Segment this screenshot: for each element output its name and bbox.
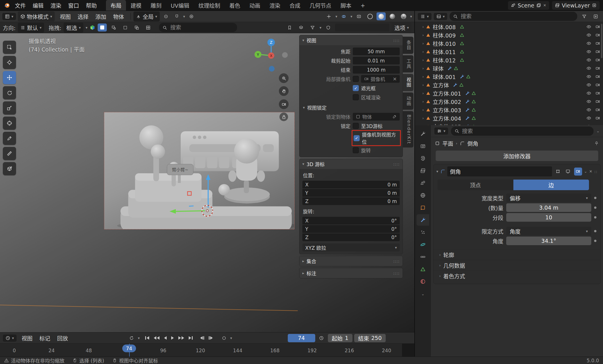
properties-tab-particles[interactable]	[417, 227, 429, 238]
angle-field[interactable]: 34.1°	[506, 237, 591, 245]
outliner-row[interactable]: ›球体.001	[415, 72, 603, 81]
width-type-dropdown[interactable]: 偏移▾	[506, 194, 591, 202]
animate-dot-icon[interactable]	[594, 197, 596, 199]
timeline-menu[interactable]: 回放	[54, 333, 72, 343]
outliner-row[interactable]: ›立方体.002	[415, 97, 603, 106]
cursor-rot-z-field[interactable]: Z0°	[302, 233, 400, 241]
lock-rotation-checkbox[interactable]	[353, 147, 359, 153]
scene-selector[interactable]: Scene ✕	[508, 1, 549, 10]
properties-tab-physics[interactable]	[417, 239, 429, 250]
mode-dropdown[interactable]: 物体模式 ▾	[18, 11, 55, 21]
object-name[interactable]: 柱体.009	[433, 31, 456, 39]
animate-dot-icon[interactable]	[594, 206, 596, 209]
n-panel-tab[interactable]: 工具	[403, 55, 413, 72]
topbar-menu[interactable]: 帮助	[82, 1, 100, 10]
hide-toggle[interactable]	[586, 74, 591, 79]
expand-icon[interactable]: ›	[422, 75, 424, 78]
drag-grip-icon[interactable]: ::::	[393, 162, 400, 166]
outliner-row[interactable]: ›柱体.009	[415, 31, 603, 39]
outliner-scrollbar[interactable]	[601, 24, 602, 58]
direction-dropdown[interactable]: 默认 ▾	[18, 23, 44, 33]
tool-search[interactable]	[159, 23, 237, 32]
render-toggle[interactable]	[595, 33, 600, 38]
tool-box-select[interactable]	[3, 41, 16, 54]
select-mode-subtract-button[interactable]	[121, 23, 130, 32]
filter-button[interactable]	[308, 23, 317, 32]
camera-view-button[interactable]	[279, 99, 289, 109]
hide-toggle[interactable]	[586, 91, 591, 96]
topbar-menu[interactable]: 文件	[11, 1, 29, 10]
timeline-ruler[interactable]: 74 0244896120144168192216240	[0, 343, 414, 357]
clear-icon[interactable]: ✕	[393, 76, 397, 82]
properties-tab-more[interactable]: ⌄	[417, 288, 429, 300]
expand-icon[interactable]: ›	[422, 42, 424, 45]
outliner-row[interactable]: ›立方体	[415, 81, 603, 89]
hide-toggle[interactable]	[586, 41, 591, 46]
tool-move[interactable]	[3, 71, 16, 84]
caret-down-icon[interactable]: ▾	[436, 170, 438, 173]
new-scene-icon[interactable]	[536, 3, 541, 8]
expand-icon[interactable]: ›	[422, 100, 424, 103]
pin-icon[interactable]	[594, 141, 599, 146]
shading-material-button[interactable]	[388, 12, 397, 20]
select-mode-new-button[interactable]	[98, 23, 107, 32]
properties-tab-world[interactable]	[417, 190, 429, 201]
modifier-render-toggle[interactable]	[574, 168, 582, 176]
expand-icon[interactable]: ›	[422, 25, 424, 29]
n-panel-tab[interactable]: 视图	[403, 74, 413, 91]
proportional-edit-button[interactable]	[187, 12, 196, 20]
playback-sync-button[interactable]	[127, 334, 136, 342]
expand-icon[interactable]: ›	[422, 33, 424, 37]
pivot-point-button[interactable]	[161, 12, 171, 20]
camera-to-view-checkbox[interactable]: ✓	[354, 135, 360, 141]
workspace-tab[interactable]: 建模	[126, 0, 146, 11]
expand-icon[interactable]: ›	[422, 83, 424, 87]
properties-tab-object[interactable]	[417, 202, 429, 213]
show-overlays-button[interactable]	[339, 12, 348, 20]
properties-options-icon[interactable]: ⌄	[596, 129, 600, 133]
viewport-menu[interactable]: 物体	[110, 12, 127, 21]
tool-add-cube[interactable]	[3, 162, 16, 175]
hide-toggle[interactable]	[586, 66, 591, 71]
play-back-button[interactable]	[162, 335, 169, 341]
clip-end-field[interactable]: 1000 m	[353, 66, 400, 74]
properties-tab-constraints[interactable]	[417, 251, 429, 263]
viewport-menu[interactable]: 添加	[92, 12, 110, 21]
panel-collections-header[interactable]: ▸ 集合 ::::	[299, 256, 403, 266]
workspace-tab[interactable]: 布局	[106, 0, 126, 11]
3d-viewport[interactable]: 臂小臂~ 摄像机透视 (74) Collection | 平面 Z	[0, 33, 414, 332]
workspace-tab[interactable]: 脚本	[336, 0, 356, 11]
tool-search-input[interactable]	[170, 24, 234, 31]
render-toggle[interactable]	[595, 58, 600, 62]
cursor-loc-z-field[interactable]: Z0 m	[302, 197, 400, 205]
limit-method-dropdown[interactable]: 角度▾	[506, 227, 591, 235]
shading-wireframe-button[interactable]	[365, 12, 375, 20]
workspace-tab[interactable]: 雕刻	[146, 0, 166, 11]
outliner-row[interactable]: ›柱体.011	[415, 48, 603, 56]
viewport-menu[interactable]: 选择	[74, 12, 92, 21]
shading-rendered-button[interactable]	[399, 12, 408, 20]
render-region-checkbox[interactable]	[353, 94, 359, 100]
modifier-close-icon[interactable]: ✕	[589, 170, 592, 173]
panel-view-header[interactable]: ▾ 视图 ::::	[299, 35, 403, 45]
render-toggle[interactable]	[595, 24, 600, 29]
breadcrumb-modifier[interactable]: 倒角	[467, 139, 478, 147]
unlink-scene-icon[interactable]: ✕	[543, 3, 546, 7]
cursor-rot-x-field[interactable]: X0°	[302, 217, 400, 225]
section-shading[interactable]: › 着色方式	[433, 270, 600, 281]
cursor-loc-y-field[interactable]: Y0 m	[302, 189, 400, 197]
shading-solid-button[interactable]	[377, 12, 386, 20]
jump-start-button[interactable]	[143, 335, 151, 341]
object-name[interactable]: 立方体.003	[433, 106, 461, 114]
cursor-rot-y-field[interactable]: Y0°	[302, 225, 400, 233]
hide-toggle[interactable]	[586, 116, 591, 121]
drag-grip-icon[interactable]: ::::	[393, 259, 400, 263]
show-gizmo-button[interactable]	[324, 12, 333, 20]
expand-icon[interactable]: ›	[422, 66, 424, 70]
outliner-row[interactable]: ›柱体.010	[415, 39, 603, 48]
add-modifier-button[interactable]: 添加修改器	[436, 150, 598, 161]
viewlayer-selector[interactable]: ViewLayer	[552, 1, 600, 10]
topbar-menu[interactable]: 渲染	[47, 1, 65, 10]
tab-vertices[interactable]: 顶点	[438, 180, 513, 190]
object-name[interactable]: 立方体.002	[433, 98, 461, 105]
